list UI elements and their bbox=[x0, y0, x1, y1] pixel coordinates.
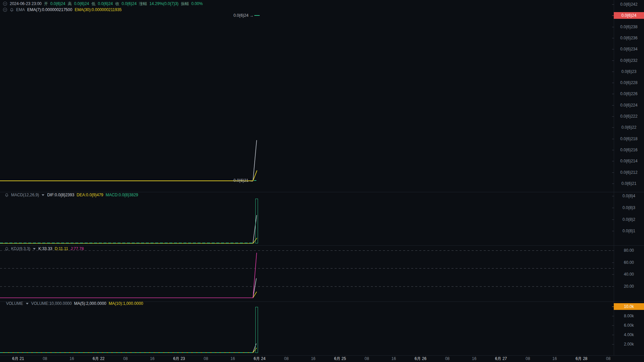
time-axis-label: 16 bbox=[552, 356, 557, 362]
ohlc-legend: 2024-06-23 23:00开0.0{6}24高0.0{6}24低0.0{6… bbox=[3, 1, 203, 6]
indicator-dropdown-icon[interactable] bbox=[26, 303, 29, 305]
volume-baseline bbox=[0, 352, 254, 353]
macd-histogram-bar bbox=[255, 199, 258, 243]
time-axis-label: 6月 26 bbox=[415, 356, 426, 362]
macd-axis-label: 0.0{8}2 bbox=[614, 216, 644, 223]
time-axis-label: 16 bbox=[150, 356, 155, 362]
time-axis-label: 16 bbox=[230, 356, 235, 362]
price-axis[interactable]: 0.0{6}2420.0{6}240.0{6}2380.0{6}2360.0{6… bbox=[614, 0, 644, 355]
time-axis-label: 6月 24 bbox=[254, 356, 265, 362]
ohlc-legend-segment: 高 bbox=[68, 1, 72, 7]
collapse-circle-chevron-icon[interactable] bbox=[3, 7, 7, 12]
ohlc-legend-segment: 收 bbox=[115, 1, 119, 7]
macd-legend-segment: MACD(12,26,9) bbox=[11, 193, 39, 197]
macd-legend-segment: MACD:0.0{8}3829 bbox=[106, 193, 138, 197]
ohlc-legend-segment: 低 bbox=[91, 1, 95, 7]
volume-legend-segment: MA(5):2,000.0000 bbox=[74, 301, 106, 306]
volume-axis-label: 6.00k bbox=[614, 322, 644, 329]
time-axis-label: 6月 23 bbox=[173, 356, 185, 362]
time-axis-label: 08 bbox=[43, 356, 47, 362]
time-axis-label: 16 bbox=[311, 356, 315, 362]
indicator-dropdown-icon[interactable] bbox=[42, 194, 44, 196]
price-axis-label: 0.0{6}226 bbox=[614, 90, 644, 97]
base-price-mark bbox=[254, 180, 256, 181]
macd-axis-label: 0.0{8}3 bbox=[614, 204, 644, 211]
macd-axis-label: 0.0{8}1 bbox=[614, 228, 644, 234]
kdj-axis-label: 40.00 bbox=[614, 271, 644, 278]
kdj-legend-segment: J:77.78 bbox=[71, 246, 84, 251]
price-axis-label: 0.0{6}238 bbox=[614, 24, 644, 30]
price-axis-label: 0.0{6}212 bbox=[614, 169, 644, 176]
time-axis-label: 08 bbox=[204, 356, 208, 362]
time-axis-label: 08 bbox=[284, 356, 289, 362]
ohlc-legend-segment: 0.0{6}24 bbox=[50, 1, 66, 6]
macd-axis-label: 0.0{8}4 bbox=[614, 193, 644, 199]
volume-legend: VOLUMEVOLUME:10,000.0000MA(5):2,000.0000… bbox=[6, 301, 143, 306]
price-axis-label: 0.0{6}214 bbox=[614, 158, 644, 164]
price-axis-label: 0.0{6}23 bbox=[614, 68, 644, 75]
pane-divider bbox=[0, 245, 644, 246]
macd-legend-segment: DIF:0.0{8}2393 bbox=[47, 193, 74, 197]
time-axis-label: 6月 28 bbox=[575, 356, 587, 362]
time-axis-label: 6月 21 bbox=[12, 356, 24, 362]
macd-legend: MACD(12,26,9)DIF:0.0{8}2393DEA:0.0{9}479… bbox=[5, 192, 138, 198]
kdj-axis-label: 20.00 bbox=[614, 283, 644, 290]
base-price-float-label: 0.0{6}21 → bbox=[220, 178, 254, 183]
ohlc-legend-segment: 0.0{6}24 bbox=[98, 1, 113, 6]
time-axis-label: 6月 25 bbox=[334, 356, 346, 362]
volume-axis-label: 4.00k bbox=[614, 331, 644, 338]
price-axis-label: 0.0{6}24 bbox=[614, 12, 644, 19]
price-axis-label: 0.0{6}224 bbox=[614, 102, 644, 109]
collapse-circle-chevron-icon[interactable] bbox=[3, 1, 7, 6]
time-axis-label: 08 bbox=[606, 356, 610, 362]
price-axis-label: 0.0{6}232 bbox=[614, 57, 644, 64]
time-axis-label: 16 bbox=[70, 356, 74, 362]
ohlc-legend-segment: 0.0{6}24 bbox=[74, 1, 89, 6]
volume-legend-segment: VOLUME bbox=[6, 301, 23, 306]
ohlc-legend-segment: 振幅 bbox=[181, 1, 189, 7]
kdj-gridline-50 bbox=[0, 268, 614, 269]
volume-axis-label: 2.00k bbox=[614, 341, 644, 348]
volume-axis-label: 10.0k bbox=[614, 303, 644, 310]
price-axis-label: 0.0{6}236 bbox=[614, 35, 644, 41]
price-axis-label: 0.0{6}228 bbox=[614, 79, 644, 86]
ohlc-legend-segment: 2024-06-23 23:00 bbox=[10, 1, 42, 6]
ohlc-legend-segment: 0.00% bbox=[191, 1, 203, 6]
time-axis-label: 6月 22 bbox=[93, 356, 104, 362]
macd-legend-segment: DEA:0.0{9}479 bbox=[77, 193, 103, 197]
kdj-legend-segment: K:33.33 bbox=[38, 246, 52, 251]
price-axis-label: 0.0{6}218 bbox=[614, 135, 644, 142]
last-candle-mark bbox=[254, 15, 260, 16]
ohlc-legend-segment: 0.0{6}24 bbox=[122, 1, 137, 6]
volume-bar bbox=[255, 307, 258, 353]
kdj-legend-segment: KDJ(9,3,3) bbox=[11, 246, 30, 251]
price-axis-label: 0.0{6}21 bbox=[614, 180, 644, 187]
time-axis-label: 08 bbox=[445, 356, 449, 362]
kdj-axis-label: 60.00 bbox=[614, 259, 644, 266]
price-axis-label: 0.0{6}216 bbox=[614, 147, 644, 153]
alert-bell-icon[interactable] bbox=[5, 193, 9, 197]
ohlc-legend-segment: 14.29%(0.0{7}3) bbox=[149, 1, 179, 6]
time-axis-label: 16 bbox=[472, 356, 476, 362]
price-axis-label: 0.0{6}234 bbox=[614, 46, 644, 52]
price-axis-label: 0.0{6}22 bbox=[614, 124, 644, 131]
alert-bell-icon[interactable] bbox=[10, 8, 14, 12]
kdj-gridline-80 bbox=[0, 250, 614, 251]
indicator-dropdown-icon[interactable] bbox=[33, 248, 36, 250]
time-axis[interactable]: 6月 2108166月 2208166月 2308166月 2408166月 2… bbox=[0, 356, 644, 362]
last-price-float-label: 0.0{6}24 → bbox=[220, 13, 254, 18]
ema-legend-segment: EMA(7):0.000000217500 bbox=[27, 7, 72, 12]
kdj-legend-segment: D:11.11 bbox=[55, 246, 68, 251]
kdj-axis-label: 80.00 bbox=[614, 247, 644, 254]
ema-legend-segment: EMA(30):0.000000211935 bbox=[75, 7, 122, 12]
ohlc-legend-segment: 涨幅 bbox=[139, 1, 147, 7]
ema-legend: EMAEMA(7):0.000000217500EMA(30):0.000000… bbox=[3, 7, 122, 12]
price-axis-label: 0.0{6}222 bbox=[614, 113, 644, 120]
time-axis-label: 08 bbox=[123, 356, 128, 362]
time-axis-label: 16 bbox=[391, 356, 396, 362]
volume-legend-segment: VOLUME:10,000.0000 bbox=[31, 301, 72, 306]
alert-bell-icon[interactable] bbox=[5, 247, 9, 251]
macd-zero-baseline bbox=[0, 243, 254, 243]
time-axis-label: 08 bbox=[525, 356, 530, 362]
kdj-legend: KDJ(9,3,3)K:33.33D:11.11J:77.78 bbox=[5, 246, 84, 251]
